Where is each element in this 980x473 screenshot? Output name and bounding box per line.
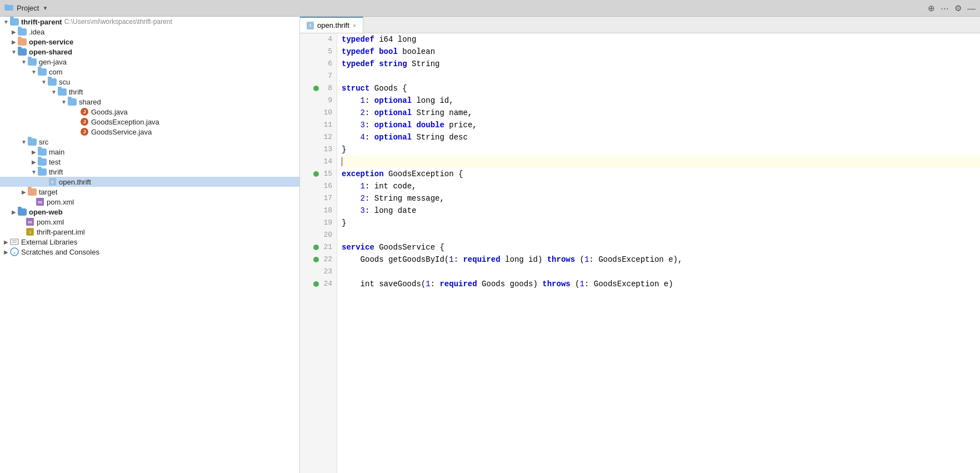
tree-open-service[interactable]: ▶ open-service [0, 37, 299, 47]
tree-pom-shared[interactable]: m pom.xml [0, 197, 299, 207]
tree-idea[interactable]: ▶ .idea [0, 27, 299, 37]
open-thrift-label: open.thrift [59, 178, 91, 186]
project-label[interactable]: Project [17, 4, 39, 12]
tree-open-shared[interactable]: ▼ open-shared [0, 47, 299, 57]
open-web-arrow[interactable]: ▶ [10, 208, 18, 216]
thrift-gen-label: thrift [69, 88, 83, 96]
src-label: src [39, 138, 48, 146]
code-line-6: typedef string String [342, 58, 980, 70]
pom-root-icon: m [26, 217, 34, 226]
gutter-icon-15 [313, 171, 319, 177]
tree-test[interactable]: ▶ test [0, 157, 299, 167]
root-path: C:\Users\mi\workspaces\thrift-parent [64, 18, 172, 26]
code-line-21: service GoodsService { [342, 241, 980, 253]
scu-folder-icon [48, 77, 57, 86]
root-expand-arrow[interactable]: ▼ [2, 18, 10, 26]
add-icon[interactable]: ⊕ [928, 3, 935, 13]
code-line-20 [342, 229, 980, 241]
tab-open-thrift-label: open.thrift [317, 21, 349, 29]
goods-service-java-label: GoodsService.java [91, 128, 152, 136]
tree-src[interactable]: ▼ src [0, 137, 299, 147]
tab-close-button[interactable]: × [353, 22, 356, 29]
code-line-15: exception GoodsException { [342, 168, 980, 180]
code-line-16: 1: int code, [342, 180, 980, 192]
tab-bar: t open.thrift × [300, 17, 980, 33]
minimize-icon[interactable]: — [967, 3, 976, 13]
gen-java-arrow[interactable]: ▼ [20, 58, 28, 66]
tree-gen-java[interactable]: ▼ gen-java [0, 57, 299, 67]
test-folder-icon [38, 157, 47, 166]
com-arrow[interactable]: ▼ [30, 68, 38, 76]
tree-iml[interactable]: i thrift-parent.iml [0, 227, 299, 237]
tree-open-web[interactable]: ▶ open-web [0, 207, 299, 217]
tree-root[interactable]: ▼ thrift-parent C:\Users\mi\workspaces\t… [0, 17, 299, 27]
scratches-arrow[interactable]: ▶ [2, 248, 10, 256]
code-line-11: 3: optional double price, [342, 119, 980, 131]
code-line-13: } [342, 143, 980, 156]
project-dropdown-arrow[interactable]: ▼ [42, 5, 48, 11]
code-line-5: typedef bool boolean [342, 46, 980, 58]
tree-shared[interactable]: ▼ shared [0, 97, 299, 107]
tab-thrift-icon: t [307, 22, 314, 29]
text-cursor [342, 157, 342, 166]
tree-goods-exception-java[interactable]: J GoodsException.java [0, 117, 299, 127]
tree-scu[interactable]: ▼ scu [0, 77, 299, 87]
target-arrow[interactable]: ▶ [20, 188, 28, 196]
editor-area: t open.thrift × 4 5 6 7 8 9 10 11 1 [300, 17, 980, 473]
open-web-label: open-web [29, 208, 63, 216]
options-icon[interactable]: ⋯ [941, 3, 949, 13]
open-service-label: open-service [29, 38, 73, 46]
svg-text:s: s [13, 250, 16, 255]
tree-pom-root[interactable]: m pom.xml [0, 217, 299, 227]
tree-main[interactable]: ▶ main [0, 147, 299, 157]
tree-goods-service-java[interactable]: J GoodsService.java [0, 127, 299, 137]
gear-icon[interactable]: ⚙ [954, 3, 962, 13]
gen-java-folder-icon [28, 57, 37, 66]
project-folder-icon [4, 3, 13, 13]
idea-arrow[interactable]: ▶ [10, 28, 18, 36]
src-arrow[interactable]: ▼ [20, 138, 28, 146]
tree-scratches[interactable]: ▶ s Scratches and Consoles [0, 247, 299, 257]
scu-arrow[interactable]: ▼ [40, 78, 48, 86]
goods-service-java-icon: J [80, 127, 89, 136]
tree-com[interactable]: ▼ com [0, 67, 299, 77]
open-service-arrow[interactable]: ▶ [10, 38, 18, 46]
goods-exception-java-icon: J [80, 117, 89, 126]
tree-target[interactable]: ▶ target [0, 187, 299, 197]
test-label: test [49, 158, 61, 166]
main-arrow[interactable]: ▶ [30, 148, 38, 156]
tree-thrift-gen[interactable]: ▼ thrift [0, 87, 299, 97]
code-area[interactable]: typedef i64 long typedef bool boolean ty… [337, 33, 980, 473]
root-folder-icon [10, 17, 19, 26]
code-line-24: int saveGoods(1: required Goods goods) t… [342, 278, 980, 290]
pom-root-label: pom.xml [37, 218, 64, 226]
code-line-22: Goods getGoodsById(1: required long id) … [342, 253, 980, 266]
pom-shared-label: pom.xml [47, 198, 74, 206]
open-service-folder-icon [18, 37, 27, 46]
goods-java-icon: J [80, 107, 89, 116]
tree-ext-libs[interactable]: ▶ External Libraries [0, 237, 299, 247]
code-line-19: } [342, 217, 980, 229]
open-shared-arrow[interactable]: ▼ [10, 48, 18, 56]
iml-icon: i [26, 227, 34, 236]
goods-java-label: Goods.java [91, 108, 128, 116]
ext-libs-icon [10, 237, 19, 246]
open-web-folder-icon [18, 207, 27, 216]
thrift-src-arrow[interactable]: ▼ [30, 168, 38, 176]
svg-text:i: i [29, 230, 31, 235]
tab-open-thrift[interactable]: t open.thrift × [300, 17, 363, 33]
thrift-gen-arrow[interactable]: ▼ [50, 88, 58, 96]
shared-arrow[interactable]: ▼ [60, 98, 68, 106]
code-line-14 [342, 156, 980, 168]
ext-libs-arrow[interactable]: ▶ [2, 238, 10, 246]
tree-goods-java[interactable]: J Goods.java [0, 107, 299, 117]
shared-label: shared [79, 98, 101, 106]
open-shared-label: open-shared [29, 48, 72, 56]
tree-open-thrift[interactable]: t open.thrift [0, 177, 299, 187]
test-arrow[interactable]: ▶ [30, 158, 38, 166]
tree-thrift-src[interactable]: ▼ thrift [0, 167, 299, 177]
editor-content: 4 5 6 7 8 9 10 11 12 13 14 15 16 1 [300, 33, 980, 473]
iml-label: thrift-parent.iml [37, 228, 85, 236]
main-label: main [49, 148, 64, 156]
goods-exception-java-label: GoodsException.java [91, 118, 159, 126]
